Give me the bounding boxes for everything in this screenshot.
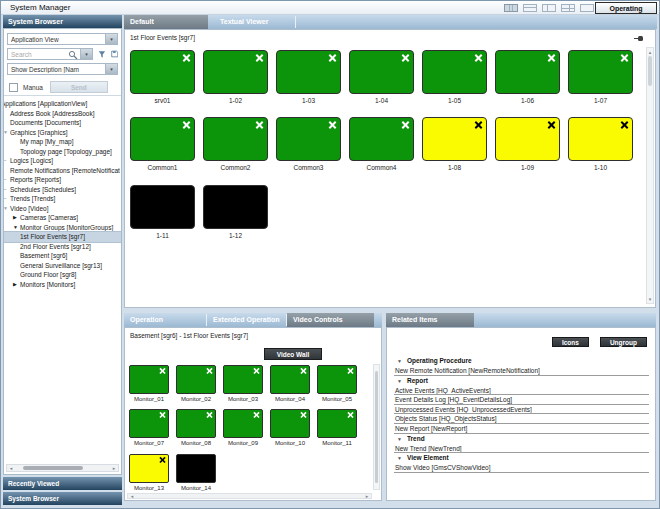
related-item[interactable]: New Trend [NewTrend] xyxy=(394,444,649,454)
tree-horizontal-scrollbar[interactable]: ◂ ▸ xyxy=(6,464,119,472)
monitor-tile[interactable] xyxy=(349,117,414,161)
expander-expanded-icon[interactable]: – xyxy=(4,175,6,185)
monitor-tile[interactable] xyxy=(568,50,633,94)
close-icon[interactable] xyxy=(401,120,410,129)
tree-item[interactable]: Applications [ApplicationView] xyxy=(4,99,121,109)
monitor-tile[interactable] xyxy=(495,117,560,161)
tree-item[interactable]: Address Book [AddressBook] xyxy=(4,109,121,119)
recently-viewed-bar[interactable]: Recently Viewed xyxy=(3,477,122,490)
tree-item[interactable]: 1st Floor Events [sgr7] xyxy=(4,232,121,242)
close-icon[interactable] xyxy=(159,367,166,374)
scroll-left-icon[interactable]: ◂ xyxy=(7,465,15,471)
related-item[interactable]: Active Events [HQ_ActiveEvents] xyxy=(394,386,649,396)
close-icon[interactable] xyxy=(206,367,213,374)
expander-expanded-icon[interactable]: ▼ xyxy=(4,128,8,138)
tiles-vertical-scrollbar[interactable]: ▴ ▾ xyxy=(646,47,654,304)
close-icon[interactable] xyxy=(206,411,213,418)
monitor-tile[interactable] xyxy=(270,409,310,438)
close-icon[interactable] xyxy=(255,120,264,129)
monitor-tile[interactable] xyxy=(317,409,357,438)
system-browser-bar[interactable]: System Browser xyxy=(3,492,122,505)
related-item[interactable]: Event Details Log [HQ_EventDetailsLog] xyxy=(394,395,649,405)
tree-item[interactable]: General Surveillance [sgr13] xyxy=(4,261,121,271)
tree-item[interactable]: Remote Notifications [RemoteNotificat xyxy=(4,166,121,176)
expander-collapsed-icon[interactable]: ▶ xyxy=(13,280,17,290)
tree-item[interactable]: –Logics [Logics] xyxy=(4,156,121,166)
monitor-tile[interactable] xyxy=(176,454,216,483)
monitor-tile[interactable] xyxy=(317,365,357,394)
icons-button[interactable]: Icons xyxy=(552,337,589,347)
monitor-tile[interactable] xyxy=(176,409,216,438)
close-icon[interactable] xyxy=(182,53,191,62)
monitor-tile[interactable] xyxy=(176,365,216,394)
close-icon[interactable] xyxy=(300,411,307,418)
monitor-tile[interactable] xyxy=(276,50,341,94)
layout-top-pane-icon[interactable] xyxy=(523,4,537,12)
layout-columns-icon[interactable] xyxy=(504,4,518,12)
tree-item[interactable]: ▶Monitors [Monitors] xyxy=(4,280,121,290)
layout-quad-icon[interactable] xyxy=(561,4,575,12)
scrollbar-thumb[interactable] xyxy=(23,466,83,470)
related-item[interactable]: Show Video [GmsCVShowVideo] xyxy=(394,463,649,473)
monitor-tile[interactable] xyxy=(223,409,263,438)
tree-item[interactable]: Basement [sgr6] xyxy=(4,251,121,261)
close-icon[interactable] xyxy=(300,367,307,374)
expander-collapsed-icon[interactable]: ▶ xyxy=(13,213,17,223)
tree-item[interactable]: –Schedules [Schedules] xyxy=(4,185,121,195)
related-item[interactable]: Unprocessed Events [HQ_UnprocessedEvents… xyxy=(394,405,649,415)
related-item[interactable]: New Report [NewReport] xyxy=(394,424,649,434)
related-item[interactable]: New Remote Notification [NewRemoteNotifi… xyxy=(394,366,649,376)
tab-textual-viewer[interactable]: Textual Viewer xyxy=(214,15,292,29)
related-section-header[interactable]: ▼View Element xyxy=(394,453,649,463)
operating-mode-button[interactable]: Operating xyxy=(595,2,657,14)
monitors-horizontal-scrollbar[interactable]: ◂ ▸ xyxy=(127,493,372,499)
close-icon[interactable] xyxy=(328,53,337,62)
monitor-tile[interactable] xyxy=(276,117,341,161)
monitors-vertical-scrollbar[interactable] xyxy=(373,364,380,490)
close-icon[interactable] xyxy=(253,411,260,418)
close-icon[interactable] xyxy=(474,120,483,129)
manual-checkbox[interactable] xyxy=(9,83,18,92)
related-item[interactable]: Objects Status [HQ_ObjectsStatus] xyxy=(394,414,649,424)
tree-item[interactable]: Documents [Documents] xyxy=(4,118,121,128)
expander-expanded-icon[interactable]: – xyxy=(4,156,6,166)
monitor-tile[interactable] xyxy=(130,185,195,229)
tree-item[interactable]: ▼Video [Video] xyxy=(4,204,121,214)
view-selector[interactable]: Application View ▾ xyxy=(7,33,118,45)
scroll-left-icon[interactable]: ◂ xyxy=(128,493,136,499)
ungroup-button[interactable]: Ungroup xyxy=(600,337,647,347)
close-icon[interactable] xyxy=(159,411,166,418)
close-icon[interactable] xyxy=(620,120,629,129)
save-icon[interactable] xyxy=(111,49,118,59)
monitor-tile[interactable] xyxy=(495,50,560,94)
monitor-tile[interactable] xyxy=(203,185,268,229)
tree-item[interactable]: ▼Graphics [Graphics] xyxy=(4,128,121,138)
monitor-tile[interactable] xyxy=(203,50,268,94)
tab-video-controls[interactable]: Video Controls xyxy=(287,313,374,327)
close-icon[interactable] xyxy=(255,53,264,62)
monitor-tile[interactable] xyxy=(130,50,195,94)
related-section-header[interactable]: ▼Trend xyxy=(394,434,649,444)
scroll-right-icon[interactable]: ▸ xyxy=(363,493,371,499)
tab-default[interactable]: Default xyxy=(124,15,208,29)
tab-related-items[interactable]: Related Items xyxy=(386,313,474,327)
tree-item[interactable]: –Trends [Trends] xyxy=(4,194,121,204)
close-icon[interactable] xyxy=(347,411,354,418)
close-icon[interactable] xyxy=(620,53,629,62)
close-icon[interactable] xyxy=(253,367,260,374)
tree-item[interactable]: My map [My_map] xyxy=(4,137,121,147)
related-section-header[interactable]: ▼Report xyxy=(394,376,649,386)
send-button[interactable]: Send xyxy=(50,81,108,93)
scroll-up-icon[interactable]: ▴ xyxy=(647,49,653,55)
monitor-tile[interactable] xyxy=(223,365,263,394)
monitor-tile[interactable] xyxy=(129,365,169,394)
description-selector[interactable]: Show Description [Nam ▾ xyxy=(7,63,118,75)
monitor-tile[interactable] xyxy=(129,454,169,483)
monitor-tile[interactable] xyxy=(568,117,633,161)
close-icon[interactable] xyxy=(328,120,337,129)
expander-expanded-icon[interactable]: – xyxy=(4,194,6,204)
expander-expanded-icon[interactable]: – xyxy=(4,185,6,195)
tree-item[interactable]: –Reports [Reports] xyxy=(4,175,121,185)
filter-icon[interactable] xyxy=(98,49,106,60)
chevron-down-icon[interactable]: ▾ xyxy=(105,34,117,44)
